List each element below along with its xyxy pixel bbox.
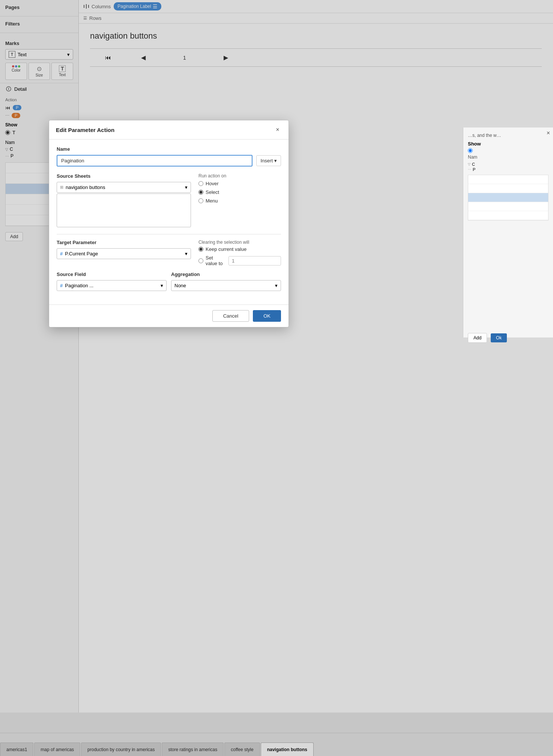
target-parameter-label: Target Parameter — [57, 240, 191, 245]
source-field-value: Pagination ... — [65, 283, 93, 288]
select-radio[interactable] — [198, 190, 203, 195]
aggregation-dropdown[interactable]: None ▾ — [171, 280, 281, 291]
right-panel-radio-t[interactable] — [468, 148, 548, 153]
source-field-dropdown[interactable]: # Pagination ... ▾ — [57, 280, 167, 291]
dialog-body: Name Insert ▾ Source Sheets ⊞ navigation… — [49, 140, 289, 304]
source-sheets-label: Source Sheets — [57, 173, 191, 179]
name-input[interactable] — [57, 155, 252, 166]
aggregation-col: Aggregation None ▾ — [171, 272, 281, 291]
set-value-radio[interactable] — [198, 258, 203, 263]
insert-button[interactable]: Insert ▾ — [256, 155, 281, 166]
source-sheets-row: Source Sheets ⊞ navigation buttons ▾ Run… — [57, 173, 281, 227]
target-parameter-dropdown[interactable]: # P.Current Page ▾ — [57, 248, 191, 259]
divider — [57, 234, 281, 234]
right-panel: × …s, and the w… Show Nam ▽ C ⋯ P — [463, 128, 553, 338]
right-panel-table — [468, 175, 548, 220]
rp-row-3 — [468, 193, 548, 202]
set-value-input[interactable] — [228, 256, 281, 266]
modal-overlay — [0, 0, 553, 756]
keep-current-label: Keep current value — [206, 246, 246, 252]
hover-option[interactable]: Hover — [198, 181, 281, 186]
keep-current-radio[interactable] — [198, 247, 203, 252]
clearing-selection-col: Clearing the selection will Keep current… — [198, 240, 281, 266]
clearing-label: Clearing the selection will — [198, 240, 281, 245]
run-action-radio-group: Hover Select Menu — [198, 181, 281, 204]
target-hash-icon: # — [60, 251, 63, 256]
source-sheet-arrow: ▾ — [185, 184, 188, 190]
source-field-arrow: ▾ — [161, 283, 163, 288]
menu-option[interactable]: Menu — [198, 198, 281, 204]
source-field-label: Source Field — [57, 272, 167, 277]
insert-label: Insert — [260, 158, 273, 164]
dialog-footer: Cancel OK — [49, 304, 289, 327]
menu-label: Menu — [206, 198, 218, 204]
set-value-label: Set value to — [206, 255, 225, 266]
right-panel-text: …s, and the w… — [468, 133, 548, 138]
source-field-row: Source Field # Pagination ... ▾ Aggregat… — [57, 272, 281, 291]
source-field-hash-icon: # — [60, 283, 63, 288]
source-sheet-dropdown[interactable]: ⊞ navigation buttons ▾ — [57, 182, 191, 193]
rp-row-5 — [468, 211, 548, 220]
target-parameter-col: Target Parameter # P.Current Page ▾ — [57, 240, 191, 266]
keep-current-option[interactable]: Keep current value — [198, 246, 281, 252]
rp-row-2 — [468, 184, 548, 193]
source-sheet-icon: ⊞ — [60, 185, 63, 190]
name-row: Insert ▾ — [57, 155, 281, 166]
select-option[interactable]: Select — [198, 189, 281, 195]
clear-radio-group: Keep current value Set value to — [198, 246, 281, 266]
target-dropdown-arrow: ▾ — [185, 251, 188, 256]
rp-ok-button[interactable]: Ok — [491, 333, 507, 342]
right-panel-filter-p: ⋯ P — [468, 167, 548, 172]
hover-label: Hover — [206, 181, 219, 186]
right-panel-filter-list: ▽ C ⋯ P — [468, 162, 548, 172]
aggregation-value: None — [174, 283, 186, 288]
target-parameter-value: P.Current Page — [65, 251, 98, 256]
right-panel-filter-c: ▽ C — [468, 162, 548, 166]
rp-add-button[interactable]: Add — [468, 333, 487, 343]
source-field-col: Source Field # Pagination ... ▾ — [57, 272, 167, 291]
right-panel-content: …s, and the w… Show Nam ▽ C ⋯ P Add — [463, 128, 553, 348]
rp-row-1 — [468, 175, 548, 184]
dialog-close-button[interactable]: × — [273, 126, 282, 134]
source-sheets-col: Source Sheets ⊞ navigation buttons ▾ — [57, 173, 191, 227]
hover-radio[interactable] — [198, 181, 203, 186]
run-action-label: Run action on — [198, 173, 281, 178]
rp-bottom-area: Add Ok — [468, 333, 548, 343]
rp-row-4 — [468, 202, 548, 211]
aggregation-label: Aggregation — [171, 272, 281, 277]
aggregation-arrow: ▾ — [275, 283, 278, 288]
dialog-title: Edit Parameter Action — [56, 127, 114, 133]
right-panel-close-btn[interactable]: × — [547, 130, 550, 136]
source-sheet-value: navigation buttons — [66, 184, 105, 190]
set-value-option[interactable]: Set value to — [198, 255, 225, 266]
ok-button[interactable]: OK — [253, 310, 281, 322]
target-row: Target Parameter # P.Current Page ▾ Clea… — [57, 240, 281, 266]
right-panel-radio-t-input[interactable] — [468, 148, 473, 153]
set-value-row: Set value to — [198, 255, 281, 266]
name-section-label: Name — [57, 146, 281, 152]
run-action-col: Run action on Hover Select Menu — [198, 173, 281, 227]
select-label: Select — [206, 189, 219, 195]
dialog-header: Edit Parameter Action × — [49, 120, 289, 140]
source-sheet-list — [57, 194, 191, 227]
right-panel-name-label: Nam — [468, 154, 548, 160]
menu-radio[interactable] — [198, 198, 203, 203]
insert-arrow: ▾ — [274, 158, 277, 164]
right-panel-show-label: Show — [468, 141, 548, 147]
cancel-button[interactable]: Cancel — [212, 310, 249, 322]
edit-parameter-action-dialog: Edit Parameter Action × Name Insert ▾ So… — [49, 120, 289, 327]
